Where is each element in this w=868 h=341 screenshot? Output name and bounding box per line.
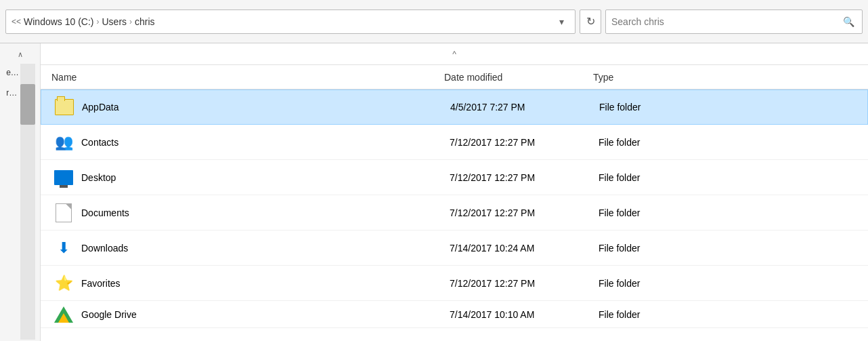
address-bar[interactable]: << Windows 10 (C:) › Users › chris ▾	[5, 9, 576, 34]
file-date-google-drive: 7/14/2017 10:10 AM	[450, 309, 599, 320]
table-row[interactable]: Documents 7/12/2017 12:27 PM File folder	[41, 195, 868, 230]
file-type-downloads: File folder	[599, 243, 868, 254]
table-row[interactable]: Google Drive 7/14/2017 10:10 AM File fol…	[41, 301, 868, 328]
sidebar-item-er0[interactable]: er0	[3, 62, 18, 83]
refresh-button[interactable]: ↻	[580, 9, 601, 34]
column-type-header[interactable]: Type	[593, 72, 868, 83]
file-name-appdata: AppData	[82, 102, 450, 113]
file-list-area: ^ Name Date modified Type AppData 4/5/20…	[41, 43, 868, 341]
sidebar-item-ryse[interactable]: rySe	[3, 83, 18, 103]
column-headers: Name Date modified Type	[41, 65, 868, 89]
file-date-desktop: 7/12/2017 12:27 PM	[450, 172, 599, 183]
file-date-favorites: 7/12/2017 12:27 PM	[450, 278, 599, 289]
sidebar-scrollbar[interactable]	[20, 64, 35, 340]
address-chevrons-icon: <<	[12, 17, 21, 26]
sidebar-labels: er0 rySe	[3, 62, 18, 341]
file-type-documents: File folder	[599, 207, 868, 218]
column-name-header[interactable]: Name	[51, 72, 444, 83]
file-type-google-drive: File folder	[599, 309, 868, 320]
file-icon-downloads: ⬇	[51, 236, 76, 260]
table-row[interactable]: ⭐ Favorites 7/12/2017 12:27 PM File fold…	[41, 266, 868, 301]
top-bar: << Windows 10 (C:) › Users › chris ▾ ↻ 🔍	[0, 0, 868, 43]
sort-row: ^	[41, 43, 868, 65]
address-segment-drive[interactable]: Windows 10 (C:)	[24, 16, 93, 27]
main-area: ∧ er0 rySe ^ Name Date modified Type	[0, 43, 868, 341]
address-segment-users[interactable]: Users	[102, 16, 127, 27]
search-icon[interactable]: 🔍	[840, 14, 856, 30]
search-input[interactable]	[611, 16, 840, 27]
search-bar[interactable]: 🔍	[605, 9, 863, 34]
file-type-desktop: File folder	[599, 172, 868, 183]
address-dropdown-icon[interactable]: ▾	[553, 14, 569, 30]
file-icon-appdata	[52, 95, 77, 119]
file-date-downloads: 7/14/2017 10:24 AM	[450, 243, 599, 254]
file-icon-desktop	[51, 165, 76, 190]
file-date-documents: 7/12/2017 12:27 PM	[450, 207, 599, 218]
file-name-favorites: Favorites	[81, 278, 450, 289]
table-row[interactable]: AppData 4/5/2017 7:27 PM File folder	[41, 89, 868, 125]
file-date-contacts: 7/12/2017 12:27 PM	[450, 137, 599, 148]
file-name-contacts: Contacts	[81, 137, 450, 148]
sort-up-button[interactable]: ^	[452, 49, 456, 59]
column-date-header[interactable]: Date modified	[444, 72, 593, 83]
address-separator-1: ›	[96, 17, 99, 26]
sidebar-scroll-area: er0 rySe	[3, 62, 37, 341]
file-icon-favorites: ⭐	[51, 271, 76, 296]
table-row[interactable]: Desktop 7/12/2017 12:27 PM File folder	[41, 160, 868, 195]
address-separator-2: ›	[129, 17, 132, 26]
file-icon-documents	[51, 201, 76, 225]
file-rows: AppData 4/5/2017 7:27 PM File folder 👥 C…	[41, 89, 868, 341]
file-type-favorites: File folder	[599, 278, 868, 289]
file-name-downloads: Downloads	[81, 243, 450, 254]
file-name-google-drive: Google Drive	[81, 309, 450, 320]
file-type-appdata: File folder	[599, 102, 867, 113]
table-row[interactable]: 👥 Contacts 7/12/2017 12:27 PM File folde…	[41, 125, 868, 160]
file-icon-google-drive	[51, 302, 76, 327]
file-name-documents: Documents	[81, 207, 450, 218]
file-icon-contacts: 👥	[51, 130, 76, 155]
file-date-appdata: 4/5/2017 7:27 PM	[450, 102, 599, 113]
address-segment-chris[interactable]: chris	[135, 16, 155, 27]
sidebar: ∧ er0 rySe	[0, 43, 41, 341]
file-type-contacts: File folder	[599, 137, 868, 148]
sidebar-scrollbar-thumb[interactable]	[20, 84, 35, 125]
table-row[interactable]: ⬇ Downloads 7/14/2017 10:24 AM File fold…	[41, 230, 868, 266]
file-name-desktop: Desktop	[81, 172, 450, 183]
sidebar-scroll-up[interactable]: ∧	[0, 46, 40, 62]
